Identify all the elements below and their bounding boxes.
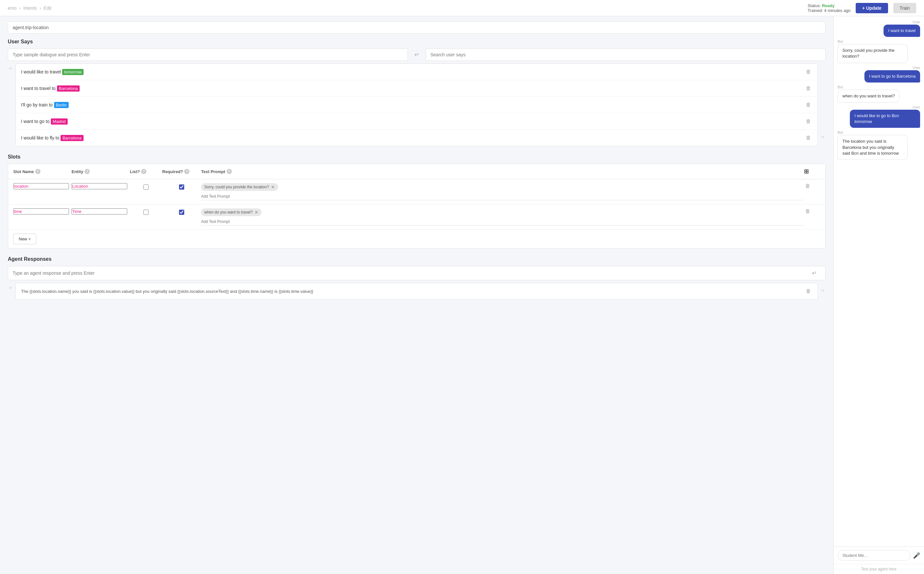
- chat-sidebar: User I want to travel Bot Sorry, could y…: [833, 16, 924, 574]
- breadcrumb-demo[interactable]: emo: [8, 5, 16, 11]
- utterance-row: I want to go to Madrid 🗑: [16, 113, 818, 130]
- entity-info[interactable]: ?: [84, 169, 90, 174]
- utterance-tag-3[interactable]: Berlin: [54, 102, 69, 108]
- trained-label: Trained: 4 minutes ago: [808, 8, 850, 13]
- msg-bubble-5: I would like to go to Bcn tomorrow: [850, 110, 920, 128]
- slot-entity-input-1[interactable]: [71, 183, 127, 189]
- remove-prompt-1[interactable]: ✕: [271, 184, 275, 189]
- test-agent-label: Test your agent here: [861, 567, 897, 571]
- msg-label-4: Bot: [837, 85, 843, 89]
- slots-title: Slots: [8, 154, 826, 160]
- list-info[interactable]: ?: [141, 169, 146, 174]
- slot-entity-cell-1: [71, 183, 130, 189]
- delete-utterance-3[interactable]: 🗑: [804, 101, 812, 109]
- col-slot-name-label: Slot Name: [13, 169, 34, 174]
- train-button[interactable]: Train: [893, 3, 916, 13]
- delete-utterance-2[interactable]: 🗑: [804, 84, 812, 93]
- slot-name-info[interactable]: ?: [35, 169, 41, 174]
- utterance-tag-5[interactable]: Barcelona: [60, 135, 84, 141]
- user-says-input[interactable]: [8, 49, 408, 61]
- slot-entity-input-2[interactable]: [71, 208, 127, 214]
- enter-icon[interactable]: ↵: [411, 49, 423, 61]
- response-row: The {{slots.location.name}} you said is …: [16, 283, 818, 300]
- slot-prompt-cell-1: Sorry, could you provide the location? ✕: [201, 183, 804, 200]
- message-6: Bot The location you said is Barcelona b…: [837, 130, 920, 160]
- breadcrumb-intents[interactable]: Intents: [23, 5, 37, 11]
- delete-utterance-4[interactable]: 🗑: [804, 117, 812, 126]
- utterance-text-2: I want to travel to Barcelona: [21, 86, 804, 91]
- response-input[interactable]: [13, 271, 808, 276]
- slot-name-input-2[interactable]: [13, 208, 69, 214]
- slot-required-checkbox-1[interactable]: [179, 184, 184, 189]
- slot-required-checkbox-2[interactable]: [179, 210, 184, 215]
- slot-name-cell-1: [13, 183, 71, 189]
- utterance-text-4: I want to go to Madrid: [21, 119, 804, 124]
- remove-prompt-2[interactable]: ✕: [254, 210, 258, 215]
- chat-input-area: 🎤: [834, 547, 924, 564]
- delete-response[interactable]: 🗑: [804, 287, 812, 295]
- chat-input[interactable]: [837, 550, 910, 561]
- col-list: List? ?: [130, 169, 162, 174]
- utterance-tag-1[interactable]: tomorrow: [62, 69, 84, 75]
- utterance-text-1: I would like to travel tomorrow: [21, 69, 804, 74]
- col-text-prompt-label: Text Prompt: [201, 169, 225, 174]
- slot-list-checkbox-2[interactable]: [144, 210, 148, 215]
- slots-table: Slot Name ? Entity ? List? ? Required? ?: [8, 164, 826, 249]
- breadcrumb-sep2: ›: [39, 5, 41, 11]
- slot-required-check-2: [162, 208, 201, 215]
- intent-name-input[interactable]: [8, 21, 826, 34]
- col-actions-header: ⊞: [804, 168, 820, 175]
- status-value: Ready: [822, 3, 835, 8]
- message-5: User I would like to go to Bcn tomorrow: [837, 105, 920, 128]
- prompt-add-2[interactable]: [201, 218, 804, 226]
- utterances-box: I would like to travel tomorrow 🗑 I want…: [16, 63, 818, 146]
- slot-required-check-1: [162, 183, 201, 189]
- response-enter-icon[interactable]: ↵: [808, 270, 821, 277]
- text-prompt-info[interactable]: ?: [227, 169, 232, 174]
- delete-slot-1[interactable]: 🗑: [804, 182, 812, 190]
- breadcrumb-sep1: ›: [19, 5, 21, 11]
- user-says-title: User Says: [8, 39, 826, 45]
- delete-slot-2[interactable]: 🗑: [804, 207, 812, 215]
- response-quote-left: ": [9, 285, 12, 295]
- mic-icon[interactable]: 🎤: [913, 552, 920, 559]
- agent-responses: Agent Responses ↵ " The {{slots.location…: [8, 256, 826, 300]
- col-entity: Entity ?: [71, 169, 130, 174]
- msg-bubble-6: The location you said is Barcelona but y…: [837, 135, 908, 160]
- slots-section: Slots Slot Name ? Entity ? List? ?: [8, 154, 826, 249]
- breadcrumb: emo › Intents › Edit: [8, 5, 52, 11]
- slot-prompt-cell-2: when do you want to travel? ✕: [201, 208, 804, 226]
- main-layout: User Says ↵ " I would like to travel tom…: [0, 16, 924, 574]
- message-1: User I want to travel: [837, 20, 920, 37]
- status-label: Status:: [808, 3, 821, 8]
- utterance-row: I want to travel to Barcelona 🗑: [16, 80, 818, 97]
- search-input[interactable]: [426, 49, 826, 61]
- utterance-tag-4[interactable]: Madrid: [51, 118, 68, 125]
- chat-messages: User I want to travel Bot Sorry, could y…: [834, 16, 924, 547]
- msg-label-3: User: [913, 66, 920, 69]
- col-list-label: List?: [130, 169, 140, 174]
- message-2: Bot Sorry, could you provide the locatio…: [837, 39, 920, 63]
- header-right: Status: Ready Trained: 4 minutes ago + U…: [808, 3, 916, 13]
- utterances-wrapper: " I would like to travel tomorrow 🗑 I wa…: [16, 63, 818, 146]
- reorder-icon[interactable]: ⊞: [804, 168, 809, 175]
- delete-utterance-5[interactable]: 🗑: [804, 134, 812, 142]
- prompt-add-1[interactable]: [201, 193, 804, 200]
- utterance-row: I'll go by train to Berlin 🗑: [16, 97, 818, 113]
- prompt-tag-1: Sorry, could you provide the location? ✕: [201, 183, 278, 191]
- slot-row-1: Sorry, could you provide the location? ✕…: [8, 179, 825, 205]
- chat-footer: Test your agent here: [834, 564, 924, 574]
- slot-list-checkbox-1[interactable]: [144, 184, 148, 189]
- utterance-row: I would like to travel tomorrow 🗑: [16, 64, 818, 80]
- prompt-tag-text-2: when do you want to travel?: [204, 210, 253, 214]
- update-button[interactable]: + Update: [856, 3, 888, 13]
- slot-name-input-1[interactable]: [13, 183, 69, 189]
- required-info[interactable]: ?: [184, 169, 190, 174]
- msg-bubble-4: when do you want to travel?: [837, 90, 900, 102]
- utterance-tag-2[interactable]: Barcelona: [57, 85, 80, 91]
- msg-bubble-2: Sorry, could you provide the location?: [837, 44, 908, 63]
- utterance-text-5: I would like to fly to Barcelona: [21, 135, 804, 140]
- new-slot-button[interactable]: New +: [13, 233, 36, 244]
- col-text-prompt: Text Prompt ?: [201, 169, 804, 174]
- delete-utterance-1[interactable]: 🗑: [804, 68, 812, 76]
